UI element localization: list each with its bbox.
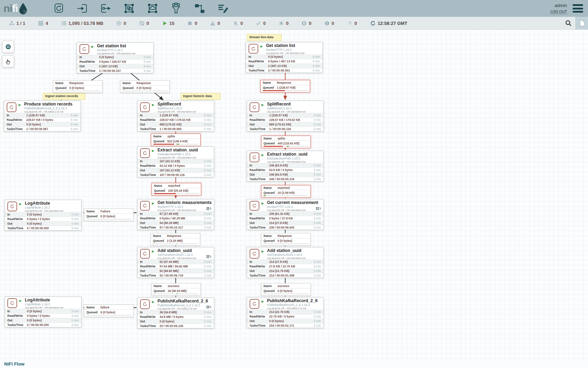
processor-node[interactable]: ▶ LogAttribute LogAttribute 1.16.3 org.a… [5, 297, 82, 327]
connection-label[interactable]: NameFailure Queued0 (0 bytes) [84, 209, 134, 221]
stat-row: In0 (0 bytes)5 min [5, 309, 81, 313]
processor-node[interactable]: ▶ Get historic measurements InvokeHTTP 1… [137, 199, 214, 230]
processor-draggable[interactable] [52, 1, 66, 15]
processor-type-icon [250, 201, 259, 211]
processor-node[interactable]: ▶ Get station list InvokeHTTP 1.16.3 org… [246, 42, 323, 73]
queue-size-bar [177, 293, 199, 294]
processor-node[interactable]: ▶ Extract station_uuid EvaluateJsonPath … [137, 146, 214, 177]
canvas-label[interactable]: Stream live-data [247, 34, 282, 41]
stat-row: Read/Write27.8 KB / 22.75 KB5 min [247, 264, 323, 268]
processor-type-icon [140, 249, 150, 259]
connection-label[interactable]: Namematched Queued10 (2.59 KB) [261, 185, 311, 198]
status-sync-failure: ?0 [347, 21, 357, 26]
stat-row: Out167 (43.12 KB)5 min [138, 168, 214, 172]
processor-stats: In0 (0 bytes)5 minRead/Write0 bytes / 0 … [5, 212, 81, 230]
connection-label[interactable]: NameResponse Queued2 (3.25 MB) [150, 233, 200, 246]
refresh-icon[interactable] [370, 21, 376, 26]
nifi-logo: nifi [4, 2, 43, 14]
connection-label[interactable]: Namesplits Queued522 (136.4 KB) [151, 134, 201, 146]
global-menu-button[interactable] [573, 4, 583, 13]
processor-stats: In246 (63.9 KB)5 minRead/Write63.9 KB / … [247, 163, 323, 181]
processor-name: Get station list [266, 43, 304, 48]
funnel-draggable[interactable] [169, 1, 183, 15]
processor-type-icon [140, 148, 150, 158]
connection-name-label: Name [153, 234, 167, 238]
processor-name: Extract station_uuid [267, 152, 307, 157]
threads-grid-icon [206, 207, 209, 210]
process-group-draggable[interactable] [122, 1, 136, 15]
connection-label[interactable]: NameResponse Queued0 (0 bytes) [120, 80, 170, 93]
connection-label[interactable]: NameResponse Queued1 (228.57 KB) [260, 80, 310, 93]
run-status-icon: ▶ [152, 149, 154, 152]
stat-row: In52 (57.04 MB)5 min [138, 259, 214, 264]
processor-node[interactable]: ▶ Extract station_uuid EvaluateJsonPath … [247, 151, 324, 182]
queue-count-bar [264, 293, 286, 294]
processor-node[interactable]: ▶ Add station_uuid JoltTransformJSON 1.1… [137, 247, 214, 278]
processor-header: ▶ Extract station_uuid EvaluateJsonPath … [138, 147, 214, 159]
queue-count-bar [264, 243, 286, 244]
logout-link[interactable]: LOG OUT [551, 9, 567, 14]
connection-queued-label: Queued [153, 139, 167, 143]
run-status-icon: ▶ [261, 300, 264, 303]
navigate-button[interactable] [2, 41, 14, 53]
processor-type-icon [250, 102, 259, 112]
processor-node[interactable]: ▶ SplitRecord SplitRecord 1.16.3 org.apa… [137, 101, 214, 131]
birdseye-toggle-button[interactable] [575, 17, 588, 29]
run-status-icon: ▶ [152, 250, 154, 253]
run-status-icon: ▶ [19, 202, 22, 206]
processor-node[interactable]: ▶ SplitRecord SplitRecord 1.16.3 org.apa… [247, 101, 324, 131]
status-cluster: 1 / 1 [9, 21, 25, 26]
last-refresh: 12:58:27 GMT [370, 21, 407, 26]
processor-node[interactable]: ▶ Get station list InvokeHTTP 1.16.3 org… [77, 42, 154, 73]
processor-header: ▶ PublishKafkaRecord_2_6 PublishKafkaRec… [138, 298, 214, 310]
processor-node[interactable]: ▶ Add station_uuid JoltTransformJSON 1.1… [247, 247, 324, 278]
flow-canvas[interactable]: Stream live-dataIngest station recordsIn… [0, 0, 588, 368]
breadcrumb[interactable]: NiFi Flow [4, 361, 24, 367]
processor-header: ▶ Get current measurement InvokeHTTP 1.1… [247, 199, 323, 211]
processor-node[interactable]: ▶ Produce station records PublishKafkaRe… [4, 101, 81, 131]
stat-row: In0 (0 bytes)5 min [77, 55, 153, 59]
current-user: admin [551, 3, 567, 8]
search-button[interactable] [561, 17, 575, 29]
processor-header: ▶ Add station_uuid JoltTransformJSON 1.1… [138, 247, 214, 259]
select-hand-button[interactable] [2, 55, 14, 67]
queue-size-bar [110, 219, 132, 220]
connection-name-label: Name [86, 210, 100, 213]
stat-row: Tasks/Time0 / 00:00:00.0005 min [5, 226, 81, 230]
processor-node[interactable]: ▶ PublishKafkaRecord_2_6 PublishKafkaRec… [137, 298, 214, 328]
output-port-draggable[interactable] [99, 1, 113, 15]
input-port-draggable[interactable] [75, 1, 89, 15]
connection-label[interactable]: NameResponse Queued0 (0 bytes) [261, 233, 311, 246]
canvas-label[interactable]: Ingest historic data [181, 93, 220, 100]
connection-label[interactable]: Namematched Queued100 (25.43 KB) [152, 183, 201, 196]
processor-node[interactable]: ▶ Get current measurement InvokeHTTP 1.1… [247, 199, 324, 230]
processor-stats: In0 (0 bytes)5 minRead/Write0 bytes / 45… [246, 54, 322, 73]
connection-label[interactable]: Namesuccess Queued0 (0 bytes) [261, 283, 311, 296]
connection-label[interactable]: Namesplits Queued443 (115.62 KB) [261, 136, 311, 148]
queue-count-bar [154, 193, 176, 194]
processor-type: LogAttribute 1.16.3 [25, 206, 63, 209]
connection-label[interactable]: Namesuccess Queued16 (50.03 MB) [151, 283, 201, 296]
connection-queued: 16 (50.03 MB) [168, 289, 187, 293]
canvas-label[interactable]: Ingest station records [43, 93, 85, 100]
processor-node[interactable]: ▶ LogAttribute LogAttribute 1.16.3 org.a… [5, 200, 82, 231]
connection-name: matched [278, 186, 290, 190]
processor-name: PublishKafkaRecord_2_6 [267, 299, 317, 303]
connection-name: Response [278, 234, 292, 238]
queue-count-bar [154, 293, 176, 294]
stat-row: In214 (22.75 KB)5 min [247, 309, 323, 314]
stat-row: Read/Write43.12 KB / 0 bytes5 min [138, 163, 214, 168]
connection-name: Response [136, 81, 151, 85]
label-draggable[interactable] [216, 1, 230, 15]
processor-node[interactable]: ▶ PublishKafkaRecord_2_6 PublishKafkaRec… [247, 297, 324, 328]
processor-type: EvaluateJsonPath 1.16.3 [267, 157, 307, 160]
connection-label[interactable]: Namefailure Queued0 (0 bytes) [84, 305, 134, 317]
remote-process-group-draggable[interactable] [146, 1, 160, 15]
connection-label[interactable]: NameResponse Queued0 (0 bytes) [53, 80, 103, 93]
processor-type: JoltTransformJSON 1.16.3 [158, 253, 196, 257]
processor-header: ▶ Get station list InvokeHTTP 1.16.3 org… [77, 43, 153, 55]
processor-type-icon [250, 249, 259, 259]
stat-row: Read/Write228.57 KB / 0 bytes5 min [4, 117, 80, 122]
template-draggable[interactable] [192, 1, 206, 15]
stat-row: Tasks/Time1 / 00:00:00.0835 min [138, 127, 214, 131]
